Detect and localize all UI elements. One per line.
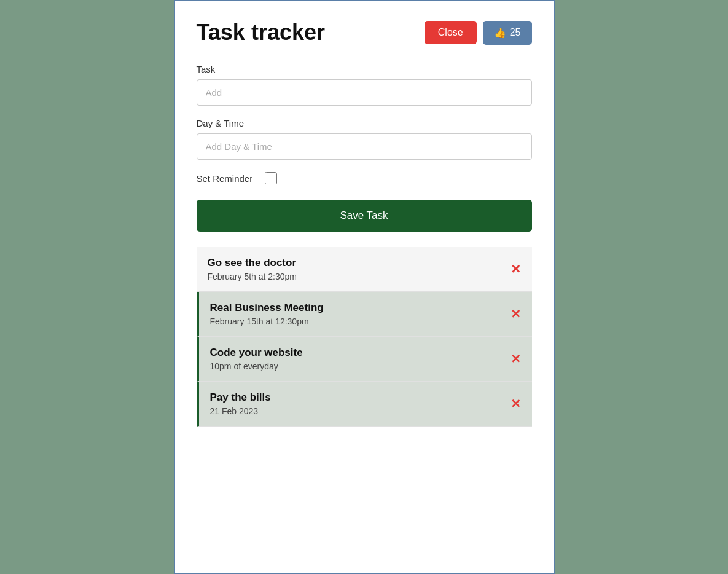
thumbs-up-icon: 👍 xyxy=(494,27,506,39)
task-time: 10pm of everyday xyxy=(210,361,303,371)
datetime-input[interactable] xyxy=(197,133,532,160)
save-task-button[interactable]: Save Task xyxy=(197,200,532,232)
task-input[interactable] xyxy=(197,79,532,106)
task-name: Real Business Meeting xyxy=(210,302,324,314)
header: Task tracker Close 👍 25 xyxy=(197,20,532,45)
task-item: Go see the doctorFebruary 5th at 2:30pm✕ xyxy=(197,247,532,292)
task-name: Pay the bills xyxy=(210,391,271,404)
close-button[interactable]: Close xyxy=(425,21,477,44)
likes-button[interactable]: 👍 25 xyxy=(483,21,532,45)
task-delete-button[interactable]: ✕ xyxy=(511,398,521,410)
tasks-list: Go see the doctorFebruary 5th at 2:30pm✕… xyxy=(197,247,532,427)
header-buttons: Close 👍 25 xyxy=(425,21,532,45)
task-time: February 5th at 2:30pm xyxy=(208,272,297,281)
task-item: Pay the bills21 Feb 2023✕ xyxy=(197,382,532,427)
task-content: Real Business MeetingFebruary 15th at 12… xyxy=(210,302,324,326)
datetime-label: Day & Time xyxy=(197,118,532,128)
task-delete-button[interactable]: ✕ xyxy=(511,353,521,365)
task-name: Code your website xyxy=(210,347,303,359)
task-name: Go see the doctor xyxy=(208,257,297,269)
datetime-form-section: Day & Time xyxy=(197,118,532,160)
reminder-section: Set Reminder xyxy=(197,172,532,184)
app-title: Task tracker xyxy=(197,20,325,45)
task-time: 21 Feb 2023 xyxy=(210,406,271,416)
task-content: Code your website10pm of everyday xyxy=(210,347,303,371)
app-container: Task tracker Close 👍 25 Task Day & Time … xyxy=(174,0,555,574)
task-delete-button[interactable]: ✕ xyxy=(511,263,521,275)
task-item: Code your website10pm of everyday✕ xyxy=(197,337,532,382)
task-time: February 15th at 12:30pm xyxy=(210,316,324,326)
reminder-checkbox[interactable] xyxy=(265,172,277,184)
reminder-label: Set Reminder xyxy=(197,173,253,184)
task-form-section: Task xyxy=(197,64,532,106)
task-label: Task xyxy=(197,64,532,74)
task-delete-button[interactable]: ✕ xyxy=(511,308,521,320)
task-content: Pay the bills21 Feb 2023 xyxy=(210,391,271,416)
task-item: Real Business MeetingFebruary 15th at 12… xyxy=(197,292,532,337)
likes-count: 25 xyxy=(510,27,521,38)
task-content: Go see the doctorFebruary 5th at 2:30pm xyxy=(208,257,297,281)
